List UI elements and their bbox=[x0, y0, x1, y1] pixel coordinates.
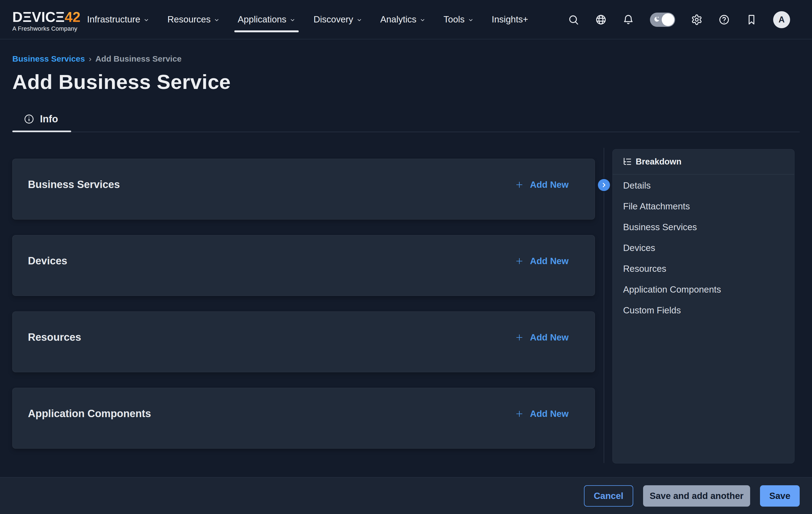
breadcrumb-current: Add Business Service bbox=[95, 54, 181, 63]
breakdown-items: DetailsFile AttachmentsBusiness Services… bbox=[613, 175, 794, 321]
main-nav: InfrastructureResourcesApplicationsDisco… bbox=[87, 0, 528, 39]
bookmark-icon[interactable] bbox=[746, 14, 757, 26]
add-new-button-devices[interactable]: Add New bbox=[515, 256, 569, 266]
footer-bar: CancelSave and add anotherSave bbox=[0, 477, 812, 514]
section-card-devices: DevicesAdd New bbox=[12, 235, 595, 296]
tab-bar: Info bbox=[12, 106, 800, 132]
logo-brand: DΞVICΞ42 bbox=[12, 9, 81, 24]
section-card-business-services: Business ServicesAdd New bbox=[12, 159, 595, 219]
page-title: Add Business Service bbox=[12, 70, 231, 94]
top-navbar: DΞVICΞ42 A Freshworks Company Infrastruc… bbox=[0, 0, 812, 39]
logo-tagline: A Freshworks Company bbox=[12, 25, 81, 32]
add-new-button-resources[interactable]: Add New bbox=[515, 332, 569, 343]
breakdown-item-business-services[interactable]: Business Services bbox=[613, 217, 794, 238]
section-title: Application Components bbox=[28, 408, 151, 420]
nav-item-label: Infrastructure bbox=[87, 14, 140, 25]
section-title: Resources bbox=[28, 331, 81, 343]
section-card-application-components: Application ComponentsAdd New bbox=[12, 388, 595, 449]
add-new-button-application-components[interactable]: Add New bbox=[515, 409, 569, 419]
nav-item-label: Tools bbox=[443, 14, 465, 25]
card-head: ResourcesAdd New bbox=[12, 312, 594, 343]
collapse-panel-button[interactable] bbox=[598, 179, 610, 191]
list-tree-icon bbox=[622, 157, 632, 167]
breadcrumb-link[interactable]: Business Services bbox=[12, 54, 85, 63]
toggle-knob bbox=[662, 13, 674, 26]
nav-item-label: Insights+ bbox=[492, 14, 528, 25]
nav-item-applications[interactable]: Applications bbox=[238, 14, 295, 25]
info-icon bbox=[24, 114, 34, 124]
help-icon[interactable] bbox=[718, 14, 730, 26]
nav-item-label: Analytics bbox=[380, 14, 416, 25]
nav-item-label: Applications bbox=[238, 14, 286, 25]
nav-item-resources[interactable]: Resources bbox=[167, 14, 220, 25]
theme-toggle[interactable] bbox=[650, 12, 675, 27]
globe-icon[interactable] bbox=[595, 14, 607, 26]
add-new-label: Add New bbox=[530, 332, 569, 343]
breakdown-panel: Breakdown DetailsFile AttachmentsBusines… bbox=[612, 149, 794, 463]
nav-item-discovery[interactable]: Discovery bbox=[314, 14, 362, 25]
plus-icon bbox=[515, 257, 523, 265]
chevron-down-icon bbox=[468, 17, 474, 23]
section-card-resources: ResourcesAdd New bbox=[12, 311, 595, 372]
section-title: Business Services bbox=[28, 179, 120, 190]
nav-item-infrastructure[interactable]: Infrastructure bbox=[87, 14, 149, 25]
section-title: Devices bbox=[28, 255, 67, 267]
card-head: Business ServicesAdd New bbox=[12, 159, 594, 190]
chevron-down-icon bbox=[420, 17, 426, 23]
breakdown-title: Breakdown bbox=[636, 157, 682, 167]
card-head: Application ComponentsAdd New bbox=[12, 388, 594, 420]
plus-icon bbox=[515, 333, 523, 341]
add-new-button-business-services[interactable]: Add New bbox=[515, 180, 569, 190]
cancel-button[interactable]: Cancel bbox=[584, 485, 633, 507]
nav-item-insights-[interactable]: Insights+ bbox=[492, 14, 528, 25]
form-sections: Business ServicesAdd NewDevicesAdd NewRe… bbox=[12, 159, 595, 449]
plus-icon bbox=[515, 181, 523, 189]
save-and-add-another-button[interactable]: Save and add another bbox=[643, 485, 750, 507]
nav-item-analytics[interactable]: Analytics bbox=[380, 14, 426, 25]
chevron-down-icon bbox=[356, 17, 362, 23]
notifications-icon[interactable] bbox=[622, 14, 634, 26]
card-head: DevicesAdd New bbox=[12, 235, 594, 267]
breakdown-item-devices[interactable]: Devices bbox=[613, 238, 794, 259]
nav-item-label: Discovery bbox=[314, 14, 353, 25]
content-divider bbox=[604, 148, 604, 463]
breadcrumb-separator: › bbox=[89, 54, 91, 63]
chevron-down-icon bbox=[214, 17, 220, 23]
navbar-actions: A bbox=[568, 0, 790, 39]
chevron-down-icon bbox=[290, 17, 295, 23]
breakdown-item-application-components[interactable]: Application Components bbox=[613, 279, 794, 300]
chevron-right-icon bbox=[601, 182, 607, 188]
breadcrumb: Business Services › Add Business Service bbox=[12, 54, 181, 63]
add-new-label: Add New bbox=[530, 256, 569, 266]
breakdown-item-file-attachments[interactable]: File Attachments bbox=[613, 196, 794, 217]
breakdown-item-details[interactable]: Details bbox=[613, 175, 794, 196]
breakdown-item-custom-fields[interactable]: Custom Fields bbox=[613, 300, 794, 321]
search-icon[interactable] bbox=[568, 14, 579, 26]
breakdown-item-resources[interactable]: Resources bbox=[613, 259, 794, 279]
plus-icon bbox=[515, 410, 523, 418]
nav-item-label: Resources bbox=[167, 14, 210, 25]
nav-item-tools[interactable]: Tools bbox=[443, 14, 474, 25]
tab-info[interactable]: Info bbox=[12, 106, 71, 132]
device42-logo[interactable]: DΞVICΞ42 A Freshworks Company bbox=[12, 9, 81, 32]
settings-icon[interactable] bbox=[691, 14, 702, 26]
moon-icon bbox=[652, 16, 660, 24]
add-new-label: Add New bbox=[530, 180, 569, 190]
breakdown-header: Breakdown bbox=[613, 149, 794, 175]
add-new-label: Add New bbox=[530, 409, 569, 419]
user-avatar[interactable]: A bbox=[773, 11, 790, 28]
tab-info-label: Info bbox=[40, 113, 58, 125]
save-button[interactable]: Save bbox=[760, 485, 800, 507]
chevron-down-icon bbox=[143, 17, 149, 23]
